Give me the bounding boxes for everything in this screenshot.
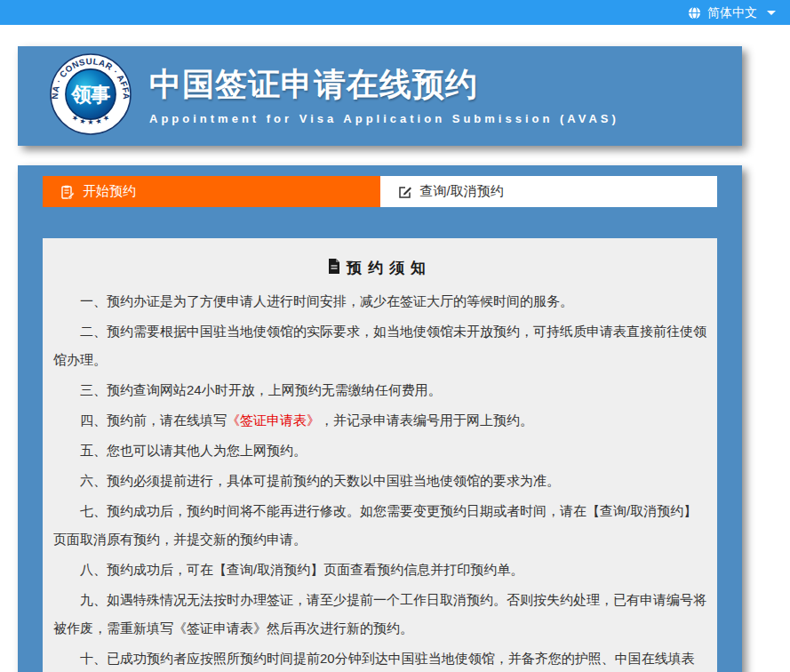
page-title: 中国签证申请在线预约	[149, 67, 619, 102]
tab-query-cancel[interactable]: 查询/取消预约	[380, 176, 718, 207]
tab-start-appointment[interactable]: 开始预约	[43, 176, 380, 207]
notice-heading: 预约须知	[53, 258, 706, 278]
seal-char-2: 事	[90, 83, 110, 106]
square-edit-icon	[398, 185, 412, 199]
seal-char-1: 领	[71, 83, 92, 106]
notice-heading-text: 预约须知	[347, 258, 432, 278]
topbar: 简体中文	[0, 0, 790, 25]
notice-item-9: 九、如遇特殊情况无法按时办理签证，请至少提前一个工作日取消预约。否则按失约处理，…	[53, 586, 706, 643]
notice-item-8: 八、预约成功后，可在【查询/取消预约】页面查看预约信息并打印预约单。	[53, 556, 706, 584]
notice-item-4: 四、预约前，请在线填写《签证申请表》，并记录申请表编号用于网上预约。	[53, 406, 706, 435]
visa-application-form-link[interactable]: 《签证申请表》	[227, 412, 320, 428]
notice-item-1: 一、预约办证是为了方便申请人进行时间安排，减少在签证大厅的等候时间的服务。	[53, 287, 706, 316]
page-subtitle: Appointment for Visa Application Submiss…	[149, 112, 619, 125]
language-selector[interactable]: 简体中文	[688, 6, 776, 20]
consular-affairs-logo: CHINA · CONSULAR · AFFAIRS ★ ★ ★ ★ ★ 领 事	[50, 53, 132, 139]
notice-item-10: 十、已成功预约者应按照所预约时间提前20分钟到达中国驻当地使领馆，并备齐您的护照…	[53, 644, 706, 672]
notice-item-6: 六、预约必须提前进行，具体可提前预约的天数以中国驻当地使领馆的要求为准。	[53, 467, 706, 495]
tab-label: 查询/取消预约	[420, 183, 504, 200]
document-icon	[328, 259, 340, 278]
notice-item-7: 七、预约成功后，预约时间将不能再进行修改。如您需要变更预约日期或者时间，请在【查…	[53, 497, 706, 554]
notice-item-2: 二、预约需要根据中国驻当地使领馆的实际要求，如当地使领馆未开放预约，可持纸质申请…	[53, 317, 706, 374]
app-header: CHINA · CONSULAR · AFFAIRS ★ ★ ★ ★ ★ 领 事…	[18, 46, 742, 146]
clipboard-edit-icon	[60, 185, 75, 199]
main-panel: 开始预约 查询/取消预约 预约须知 一、	[18, 165, 742, 672]
notice-item-3: 三、预约查询网站24小时开放，上网预约无需缴纳任何费用。	[53, 376, 706, 404]
header-titles: 中国签证申请在线预约 Appointment for Visa Applicat…	[149, 67, 619, 126]
notice-item-5: 五、您也可以请其他人为您上网预约。	[53, 436, 706, 465]
notice-panel: 预约须知 一、预约办证是为了方便申请人进行时间安排，减少在签证大厅的等候时间的服…	[43, 238, 717, 672]
chevron-down-icon	[767, 11, 776, 15]
tab-label: 开始预约	[83, 183, 136, 200]
globe-icon	[688, 6, 701, 20]
tab-bar: 开始预约 查询/取消预约	[43, 176, 717, 207]
language-label: 简体中文	[707, 6, 757, 19]
